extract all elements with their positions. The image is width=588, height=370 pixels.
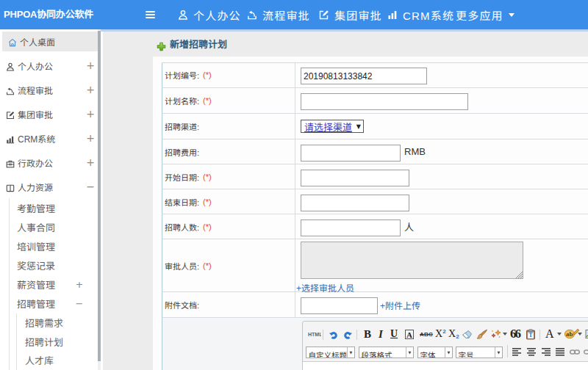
start-date-input[interactable] — [301, 170, 409, 186]
italic-button[interactable]: I — [379, 328, 383, 340]
nav-process-approval[interactable]: 流程审批 — [247, 0, 310, 29]
expand-icon[interactable]: + — [75, 279, 84, 290]
expand-icon[interactable]: + — [86, 108, 95, 120]
channel-select[interactable]: 请选择渠道▼ — [301, 120, 364, 133]
align-left-button[interactable] — [512, 346, 521, 358]
dropdown-caret-icon[interactable] — [557, 333, 562, 335]
font-size-select[interactable]: 字号▼ — [456, 347, 503, 358]
text-label: 段落格式 — [359, 347, 406, 358]
expand-icon[interactable]: + — [86, 84, 95, 95]
expand-icon[interactable]: + — [86, 156, 95, 168]
resize-grip-icon[interactable] — [516, 272, 523, 278]
sidebar-item[interactable]: 考勤管理 — [0, 198, 98, 217]
align-center-button[interactable] — [527, 346, 536, 358]
sidebar-scrollbar[interactable] — [98, 29, 101, 370]
edit-icon — [6, 109, 15, 118]
sidebar-item[interactable]: 行政办公+ — [0, 150, 98, 175]
image-button[interactable] — [585, 328, 588, 340]
paste-text-button[interactable]: T — [526, 328, 536, 340]
sidebar-item[interactable]: 个人办公+ — [0, 54, 98, 78]
font-style-button[interactable]: A — [405, 330, 414, 339]
sidebar-item[interactable]: 流程审批+ — [0, 78, 98, 102]
sidebar-item[interactable]: 招聘管理− — [0, 294, 98, 313]
book-icon — [6, 182, 15, 191]
font-family-select[interactable]: 字体▼ — [417, 347, 453, 358]
plan-no-input[interactable] — [301, 68, 427, 84]
select-arrow-icon[interactable]: ▼ — [347, 347, 354, 358]
field-label: 计划编号: — [165, 69, 199, 81]
strikethrough-button[interactable]: ABC — [420, 328, 433, 340]
undo-button[interactable] — [329, 328, 338, 340]
end-date-input[interactable] — [301, 195, 409, 211]
quick-format-button[interactable] — [490, 328, 502, 340]
nav-personal-office[interactable]: 个人办公 — [178, 0, 241, 29]
sidebar-item[interactable]: 人事合同 — [0, 217, 98, 236]
remove-format-button[interactable] — [462, 328, 473, 340]
toolbar-row-1: HTML B I U A ABC X2 X2 66 T A ab — [303, 322, 588, 343]
paragraph-select[interactable]: 段落格式▼ — [359, 347, 414, 358]
text-label: CRM系统 — [18, 132, 55, 145]
fee-input[interactable] — [301, 145, 401, 162]
justify-button[interactable] — [556, 346, 564, 358]
collapse-icon[interactable]: − — [86, 181, 95, 192]
field-value-cell — [301, 164, 409, 189]
required-marker: (*) — [203, 173, 212, 181]
field-label: 附件文档: — [165, 299, 199, 311]
form-row: 招聘渠道:请选择渠道▼ — [162, 114, 588, 139]
select-arrow-icon[interactable]: ▼ — [406, 347, 413, 358]
dropdown-caret-icon[interactable] — [578, 333, 582, 335]
dropdown-caret-icon[interactable] — [503, 333, 507, 335]
attachment-upload-link[interactable]: +附件上传 — [380, 299, 420, 311]
sidebar-item[interactable]: 招聘需求 — [0, 313, 98, 333]
superscript-button[interactable]: X2 — [435, 328, 446, 340]
required-marker: (*) — [203, 261, 212, 270]
underline-button[interactable]: U — [390, 328, 398, 340]
form-row: 计划名称:(*) — [162, 88, 588, 114]
sidebar-item[interactable]: 集团审批+ — [0, 102, 98, 126]
plan-name-input[interactable] — [301, 93, 468, 110]
subscript-button[interactable]: X2 — [448, 328, 459, 340]
sidebar-item[interactable]: 薪资管理+ — [0, 275, 98, 294]
bold-button[interactable]: B — [364, 328, 371, 340]
sidebar-item[interactable]: 人才库 — [0, 351, 98, 370]
text-label: 个人办公 — [18, 59, 53, 72]
nav-group-approval[interactable]: 集团审批 — [318, 0, 382, 29]
sidebar-item[interactable]: 奖惩记录 — [0, 255, 98, 275]
edit-icon — [318, 10, 329, 21]
approver-textarea[interactable] — [301, 242, 523, 279]
menu-toggle-icon[interactable] — [146, 11, 155, 19]
field-label: 结束日期: — [165, 196, 199, 208]
link-button[interactable] — [570, 346, 580, 358]
sidebar-item[interactable]: CRM系统+ — [0, 126, 98, 150]
expand-icon[interactable]: + — [86, 132, 95, 144]
align-right-button[interactable] — [542, 346, 551, 358]
approver-field-stack: +选择审批人员 — [301, 239, 523, 294]
text-label: 人事合同 — [17, 220, 55, 234]
column-divider — [295, 62, 295, 87]
redo-icon — [343, 330, 353, 340]
heading-select[interactable]: 自定义标题▼ — [306, 347, 355, 358]
redo-button[interactable] — [343, 328, 353, 340]
editor-content-area[interactable] — [303, 361, 588, 370]
bar-chart-icon — [387, 10, 398, 20]
collapse-icon[interactable]: − — [75, 298, 84, 309]
text-label: 培训管理 — [17, 239, 55, 253]
source-code-button[interactable]: HTML — [308, 328, 321, 340]
attachment-input[interactable] — [301, 297, 378, 314]
nav-crm[interactable]: CRM系统 — [387, 0, 454, 29]
expand-icon[interactable]: + — [86, 59, 95, 71]
font-color-button[interactable]: A — [545, 328, 554, 340]
format-painter-button[interactable] — [476, 328, 488, 340]
headcount-input[interactable] — [301, 220, 401, 236]
sidebar-item[interactable]: 培训管理 — [0, 236, 98, 255]
unlink-button[interactable] — [584, 346, 588, 358]
nav-more-apps[interactable]: 更多应用 — [456, 0, 514, 29]
sidebar-item[interactable]: 个人桌面 — [2, 32, 98, 51]
field-label-cell: 招聘人数:(*) — [165, 214, 212, 239]
select-arrow-icon[interactable]: ▼ — [445, 347, 452, 358]
sidebar-item[interactable]: 人力资源− — [0, 175, 98, 199]
select-arrow-icon[interactable]: ▼ — [495, 347, 502, 358]
blockquote-button[interactable]: 66 — [510, 328, 520, 340]
field-value-cell: 人 — [301, 214, 414, 239]
sidebar-item[interactable]: 招聘计划 — [0, 332, 98, 351]
